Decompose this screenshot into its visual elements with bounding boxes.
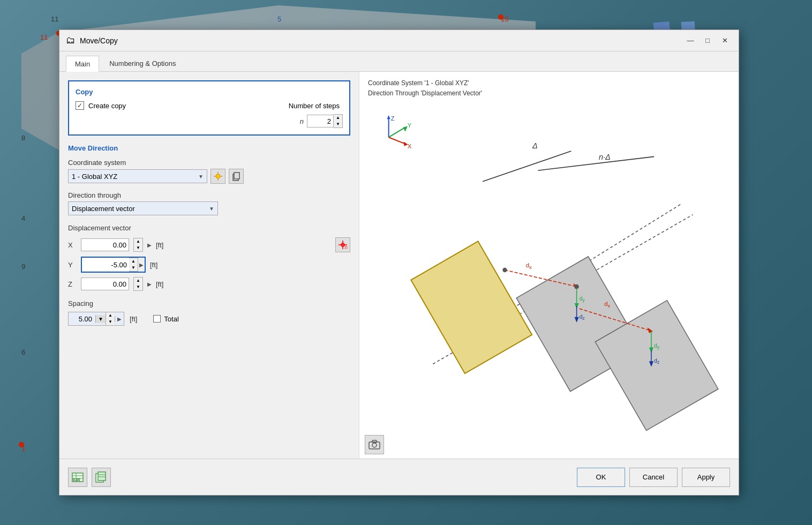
bg-num-15: 15 [501, 15, 508, 23]
svg-text:X: X [408, 143, 412, 149]
y-row: Y -5.00 ▲ ▼ ▶ [ft] [68, 257, 350, 273]
svg-point-64 [502, 268, 507, 272]
bg-num-6: 6 [21, 348, 25, 356]
direction-through-value: Displacement vector [72, 205, 135, 213]
coordinate-system-dropdown[interactable]: 1 - Global XYZ ▼ [68, 169, 207, 183]
diagram-svg: Z Y X Δ n·Δ [359, 99, 739, 441]
direction-through-arrow: ▼ [209, 206, 214, 212]
x-down-button[interactable]: ▼ [134, 245, 142, 251]
axis-indicator: Z Y X [387, 115, 412, 149]
bg-num-11-left: 11 [40, 33, 48, 41]
tab-numbering[interactable]: Numbering & Options [100, 56, 185, 71]
svg-text:0.00: 0.00 [73, 478, 80, 482]
steps-spinbox: 2 ▲ ▼ [307, 114, 343, 128]
spacing-row: 5.00 ▼ ▲ ▼ ▶ [ft] Total [68, 312, 350, 326]
x-up-button[interactable]: ▲ [134, 238, 142, 245]
left-panel: Copy Create copy Number of steps n 2 [59, 72, 359, 459]
svg-point-67 [372, 443, 377, 447]
svg-text:2x: 2x [344, 245, 348, 250]
spacing-input-group: 5.00 ▼ ▲ ▼ ▶ [68, 312, 124, 326]
ok-button[interactable]: OK [577, 468, 625, 487]
copy-icon [231, 171, 241, 181]
camera-button[interactable] [365, 435, 384, 454]
x-arrow-button[interactable]: ▶ [147, 242, 152, 248]
direction-through-group: Direction through Displacement vector ▼ [68, 191, 350, 215]
steps-group: Number of steps [289, 102, 343, 110]
apply-button[interactable]: Apply [682, 468, 730, 487]
bg-num-5: 5 [277, 15, 281, 23]
move-direction-title: Move Direction [68, 144, 350, 152]
steps-down-button[interactable]: ▼ [334, 121, 342, 128]
spacing-down-button[interactable]: ▼ [106, 319, 115, 325]
spacing-input[interactable]: 5.00 [69, 313, 95, 325]
bg-num-11-top: 11 [51, 15, 58, 23]
z-arrow-button[interactable]: ▶ [147, 281, 152, 287]
steps-label: Number of steps [289, 102, 340, 110]
svg-line-39 [483, 151, 571, 182]
steps-up-button[interactable]: ▲ [334, 115, 342, 121]
sun-icon [213, 171, 223, 181]
spacing-unit: [ft] [130, 315, 137, 323]
coord-icon-btn-2[interactable] [229, 169, 244, 184]
copy-section: Copy Create copy Number of steps n 2 [68, 80, 350, 136]
svg-line-34 [389, 137, 405, 144]
spacing-arrow-button[interactable]: ▶ [115, 316, 124, 322]
minimize-button[interactable]: — [683, 34, 698, 47]
y-down-button[interactable]: ▼ [129, 265, 138, 271]
displacement-section: Displacement vector X 0.00 ▲ ▼ ▶ [ft] [68, 224, 350, 291]
svg-rect-23 [234, 172, 239, 179]
direction-through-dropdown[interactable]: Displacement vector ▼ [68, 201, 218, 215]
table-icon-button[interactable]: 0.00 [68, 468, 87, 487]
spacing-section: Spacing 5.00 ▼ ▲ ▼ ▶ [ft] Total [68, 299, 350, 326]
spacing-spin-buttons: ▲ ▼ [106, 312, 115, 325]
total-row: Total [153, 315, 178, 323]
copy-table-button[interactable] [92, 468, 111, 487]
coordinate-system-arrow: ▼ [198, 174, 204, 179]
create-copy-row: Create copy [76, 101, 126, 110]
z-input[interactable]: 0.00 [81, 278, 129, 290]
svg-marker-1 [21, 32, 59, 150]
z-up-button[interactable]: ▲ [134, 278, 142, 284]
dialog-title: Move/Copy [80, 36, 118, 45]
z-down-button[interactable]: ▼ [134, 284, 142, 290]
svg-point-17 [216, 174, 220, 178]
title-bar: 🗂 Move/Copy — □ ✕ [59, 30, 739, 51]
title-left: 🗂 Move/Copy [66, 35, 118, 46]
cancel-button[interactable]: Cancel [629, 468, 678, 487]
displacement-label: Displacement vector [68, 224, 350, 232]
y-arrow-button[interactable]: ▶ [138, 262, 145, 268]
maximize-button[interactable]: □ [700, 34, 715, 47]
copy-section-title: Copy [76, 88, 343, 96]
x-spin-buttons: ▲ ▼ [133, 238, 143, 252]
create-copy-checkbox[interactable] [76, 101, 84, 110]
close-button[interactable]: ✕ [717, 34, 732, 47]
steps-input[interactable]: 2 [307, 115, 334, 128]
svg-text:n·Δ: n·Δ [599, 153, 611, 161]
coordinate-system-row: 1 - Global XYZ ▼ [68, 169, 350, 184]
svg-rect-43 [411, 241, 532, 373]
y-unit: [ft] [150, 261, 157, 269]
x-input[interactable]: 0.00 [81, 238, 129, 251]
y-spin-buttons: ▲ ▼ [129, 258, 138, 272]
svg-rect-75 [98, 472, 106, 481]
svg-point-65 [574, 284, 578, 289]
create-copy-label: Create copy [88, 102, 126, 110]
svg-rect-68 [372, 440, 377, 442]
tab-main[interactable]: Main [66, 56, 99, 72]
svg-marker-29 [387, 115, 390, 119]
z-spin-buttons: ▲ ▼ [133, 277, 143, 291]
svg-text:Z: Z [391, 115, 395, 122]
x-unit: [ft] [156, 241, 163, 249]
coord-icon-btn-1[interactable] [210, 169, 225, 184]
crosshair-icon-btn[interactable]: 2x [335, 237, 350, 252]
total-checkbox[interactable] [153, 315, 161, 322]
y-input[interactable]: -5.00 [82, 258, 129, 271]
camera-icon [369, 440, 380, 449]
spacing-dropdown-button[interactable]: ▼ [95, 315, 106, 323]
copy-row: Create copy Number of steps [76, 101, 343, 110]
steps-row: n 2 ▲ ▼ [76, 114, 343, 128]
direction-through-row: Displacement vector ▼ [68, 201, 350, 215]
spacing-up-button[interactable]: ▲ [106, 312, 115, 319]
y-up-button[interactable]: ▲ [129, 258, 138, 265]
title-controls: — □ ✕ [683, 34, 732, 47]
